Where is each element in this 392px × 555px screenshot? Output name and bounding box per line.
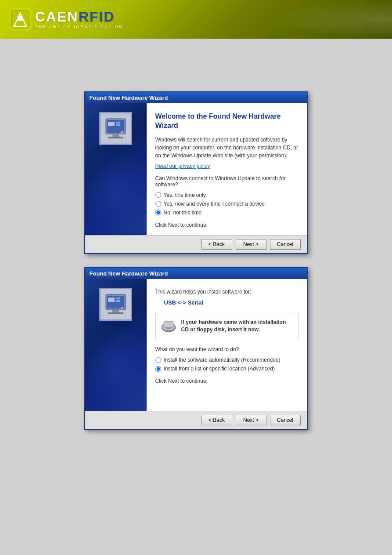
dialog2-radio2[interactable] [155, 366, 161, 372]
dialog1-option1[interactable]: Yes, this time only [155, 192, 298, 198]
svg-rect-13 [108, 297, 115, 302]
dialog2-sidebar [85, 279, 147, 411]
dialog1-titlebar: Found New Hardware Wizard [85, 92, 307, 103]
dialog2-titlebar: Found New Hardware Wizard [85, 268, 307, 279]
dialog1-wrapper: Found New Hardware Wizard [84, 91, 308, 254]
dialog2-title: Found New Hardware Wizard [90, 270, 168, 277]
dialog2-question: What do you want the wizard to do? [155, 346, 298, 352]
dialog1-option3-label: No, not this time [164, 210, 202, 216]
dialog2-sidebar-icon [99, 288, 132, 321]
dialog1-back-button[interactable]: < Back [201, 239, 232, 250]
hardware-wizard-icon [104, 116, 128, 141]
svg-rect-2 [18, 16, 23, 21]
dialog2-device-name: USB <-> Serial [164, 299, 298, 306]
dialog2-footer: < Back Next > Cancel [85, 411, 307, 429]
dialog2-back-button[interactable]: < Back [201, 415, 232, 425]
logo-tagline: THE ART OF IDENTIFICATION [35, 25, 123, 29]
dialog2: Found New Hardware Wizard [84, 267, 308, 430]
dialog2-option1-label: Install the software automatically (Reco… [164, 357, 281, 363]
svg-point-10 [121, 131, 123, 134]
svg-rect-17 [108, 312, 123, 314]
dialog1-sidebar [85, 103, 147, 235]
logo-icon-svg [11, 10, 30, 29]
dialog1-title: Found New Hardware Wizard [90, 94, 168, 101]
dialog2-cd-notice: If your hardware came with an installati… [155, 313, 298, 339]
svg-point-18 [121, 307, 123, 309]
logo-text: CAEN RFID THE ART OF IDENTIFICATION [35, 10, 123, 29]
dialog2-main: This wizard helps you install software f… [147, 279, 307, 411]
dialog2-wrapper: Found New Hardware Wizard [84, 267, 308, 430]
dialog1: Found New Hardware Wizard [84, 91, 308, 254]
dialog2-next-button[interactable]: Next > [236, 415, 266, 425]
dialog1-radio1[interactable] [155, 192, 161, 198]
svg-rect-9 [108, 137, 123, 138]
dialog1-continue: Click Next to continue. [155, 222, 298, 228]
dialog1-sidebar-icon [99, 112, 132, 145]
svg-rect-14 [116, 297, 120, 299]
dialog1-radio2[interactable] [155, 201, 161, 207]
hardware-wizard-icon2 [104, 292, 128, 316]
logo-rfid: RFID [79, 10, 115, 24]
svg-rect-16 [112, 310, 119, 312]
dialog1-body: Welcome to the Found New Hardware Wizard… [85, 103, 307, 235]
svg-rect-5 [108, 122, 115, 126]
dialog2-cancel-button[interactable]: Cancel [270, 415, 301, 425]
dialog1-option2-label: Yes, now and every time I connect a devi… [164, 201, 265, 207]
dialog2-intro: This wizard helps you install software f… [155, 288, 298, 296]
dialog1-main: Welcome to the Found New Hardware Wizard… [147, 103, 307, 235]
dialog2-continue: Click Next to continue. [155, 378, 298, 384]
page-header: CAEN RFID THE ART OF IDENTIFICATION [0, 0, 392, 39]
dialog1-footer: < Back Next > Cancel [85, 235, 307, 253]
dialog1-heading: Welcome to the Found New Hardware Wizard [155, 112, 298, 131]
dialog1-option2[interactable]: Yes, now and every time I connect a devi… [155, 201, 298, 207]
logo: CAEN RFID THE ART OF IDENTIFICATION [9, 8, 123, 31]
main-content: Found New Hardware Wizard [0, 39, 392, 555]
cd-icon [160, 318, 177, 334]
logo-caen: CAEN [35, 10, 79, 24]
svg-rect-6 [116, 122, 120, 123]
svg-rect-8 [112, 134, 119, 137]
dialog2-radio1[interactable] [155, 357, 161, 363]
dialog1-privacy-link[interactable]: Read our privacy policy [155, 163, 298, 169]
cd-drive-icon [160, 318, 177, 334]
dialog1-question: Can Windows connect to Windows Update to… [155, 175, 298, 188]
svg-rect-15 [116, 300, 120, 302]
dialog2-option1[interactable]: Install the software automatically (Reco… [155, 357, 298, 363]
dialog1-next-button[interactable]: Next > [236, 239, 266, 250]
dialog2-cd-text: If your hardware came with an installati… [181, 319, 294, 334]
svg-rect-26 [164, 322, 173, 327]
dialog1-option1-label: Yes, this time only [164, 192, 206, 198]
dialog1-radio3[interactable] [155, 210, 161, 215]
svg-rect-7 [116, 124, 120, 126]
dialog1-intro: Windows will search for current and upda… [155, 136, 298, 160]
dialog2-body: This wizard helps you install software f… [85, 279, 307, 411]
dialog1-cancel-button[interactable]: Cancel [270, 239, 301, 250]
logo-icon [9, 8, 32, 31]
dialog2-option2[interactable]: Install from a list or specific location… [155, 366, 298, 372]
dialog1-option3[interactable]: No, not this time [155, 210, 298, 216]
dialog2-option2-label: Install from a list or specific location… [164, 366, 275, 372]
